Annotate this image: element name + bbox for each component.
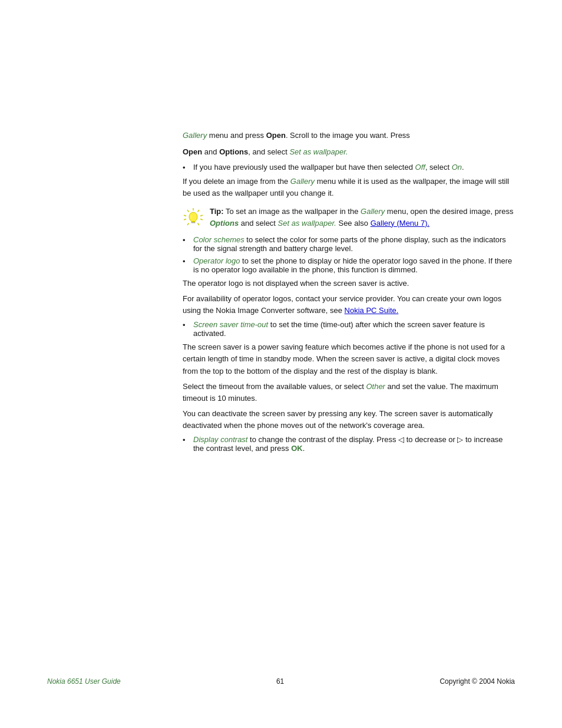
footer-page-number: 61 (276, 677, 284, 686)
svg-line-6 (184, 215, 186, 216)
ok-bold-label: OK (291, 444, 303, 453)
bullet-dot-4: • (183, 320, 193, 330)
color-schemes-label: Color schemes (193, 235, 244, 244)
screen-saver-timeout-label: Screen saver time-out (193, 320, 268, 329)
bullet-item-2: • Color schemes to select the color for … (183, 235, 515, 253)
lightbulb-icon (183, 207, 204, 228)
options-bold-tip: Options (210, 219, 239, 228)
options-bold-1: Options (219, 147, 248, 156)
bullet-dot-2: • (183, 235, 193, 245)
bullet-content-2: Color schemes to select the color for so… (193, 235, 515, 253)
bullet-item-4: • Screen saver time-out to set the time … (183, 320, 515, 338)
svg-line-7 (184, 219, 186, 220)
bullet-item-1: • If you have previously used the wallpa… (183, 163, 515, 172)
svg-line-3 (200, 219, 203, 220)
footer-left: Nokia 6651 User Guide (47, 677, 121, 686)
tip-box: Tip: To set an image as the wallpaper in… (183, 206, 515, 229)
page-container: Gallery menu and press Open. Scroll to t… (0, 0, 562, 728)
intro-line2: Open and Options, and select Set as wall… (183, 146, 515, 158)
intro-block: Gallery menu and press Open. Scroll to t… (183, 130, 515, 158)
gallery-menu7-link[interactable]: Gallery (Menu 7). (371, 219, 429, 228)
sub-paragraph-5: You can deactivate the screen saver by p… (183, 408, 515, 431)
bullet-dot-1: • (183, 163, 193, 172)
sub-paragraph-1: The operator logo is not displayed when … (183, 278, 515, 289)
bullet-item-3: • Operator logo to set the phone to disp… (183, 256, 515, 274)
bullet-item-5: • Display contrast to change the contras… (183, 435, 515, 453)
svg-line-4 (198, 223, 200, 225)
bullet-content-3: Operator logo to set the phone to displa… (193, 256, 515, 274)
sub-paragraph-4: Select the timeout from the available va… (183, 381, 515, 404)
footer-right: Copyright © 2004 Nokia (439, 677, 515, 686)
bullet-content-5: Display contrast to change the contrast … (193, 435, 515, 453)
tip-label: Tip: (210, 207, 224, 216)
set-wallpaper-tip: Set as wallpaper. (278, 219, 336, 228)
intro-line1: Gallery menu and press Open. Scroll to t… (183, 130, 515, 141)
svg-point-9 (189, 212, 197, 222)
operator-logo-label: Operator logo (193, 256, 240, 265)
gallery-italic-2: Gallery (290, 177, 315, 186)
arrow-right-icon: ▷ (457, 435, 463, 444)
tip-text-block: Tip: To set an image as the wallpaper in… (210, 206, 515, 229)
bullet-content-1: If you have previously used the wallpape… (193, 163, 515, 172)
bullet-content-4: Screen saver time-out to set the time (t… (193, 320, 515, 338)
display-contrast-label: Display contrast (193, 435, 247, 444)
other-italic: Other (366, 382, 385, 391)
footer: Nokia 6651 User Guide 61 Copyright © 200… (0, 670, 562, 693)
svg-line-2 (200, 215, 203, 216)
off-italic: Off (415, 163, 425, 172)
sub-paragraph-2: For availability of operator logos, cont… (183, 293, 515, 317)
set-as-wallpaper-1: Set as wallpaper. (289, 147, 348, 156)
svg-line-1 (198, 210, 200, 212)
svg-line-8 (187, 223, 189, 225)
sub-paragraph-3: The screen saver is a power saving featu… (183, 341, 515, 377)
content-area: Gallery menu and press Open. Scroll to t… (183, 130, 515, 728)
gallery-italic-tip: Gallery (361, 207, 385, 216)
open-bold: Open (266, 131, 286, 140)
gallery-link-1: Gallery (183, 131, 207, 140)
svg-rect-11 (191, 222, 196, 223)
nokia-pc-suite-link[interactable]: Nokia PC Suite. (345, 306, 399, 315)
bullet-dot-3: • (183, 256, 193, 266)
arrow-left-icon: ◁ (398, 435, 404, 444)
bullet-dot-5: • (183, 435, 193, 444)
open-bold-2: Open (183, 147, 202, 156)
svg-line-5 (187, 210, 189, 212)
on-italic: On (452, 163, 462, 172)
tip-icon (183, 207, 204, 228)
paragraph-1: If you delete an image from the Gallery … (183, 176, 515, 199)
